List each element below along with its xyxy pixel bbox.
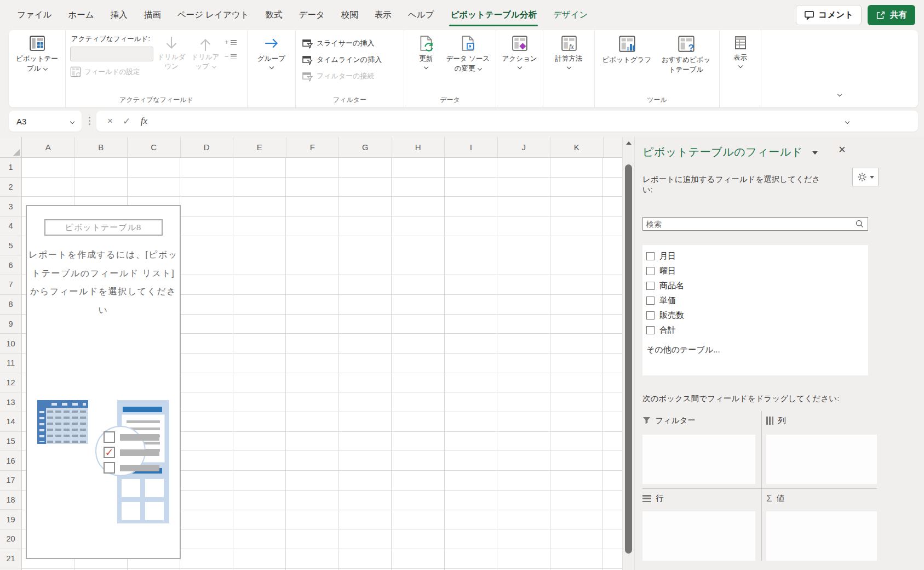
scrollbar-thumb[interactable] xyxy=(625,164,632,554)
columns-drop-area[interactable] xyxy=(766,435,877,484)
row-header[interactable]: 19 xyxy=(0,510,21,529)
filters-drop-area[interactable] xyxy=(642,435,755,484)
row-header[interactable]: 3 xyxy=(0,197,21,216)
row-header[interactable]: 6 xyxy=(0,255,21,275)
row-header[interactable]: 10 xyxy=(0,334,21,354)
pivot-chart-button[interactable]: ピボットグラフ xyxy=(600,34,655,76)
row-header[interactable]: 14 xyxy=(0,412,21,432)
name-box-dropdown-icon[interactable] xyxy=(70,119,74,124)
row-header[interactable]: 11 xyxy=(0,354,21,373)
recommended-pivottables-button[interactable]: ? おすすめピボットテーブル xyxy=(658,34,715,76)
field-checkbox[interactable] xyxy=(646,252,655,260)
cancel-button[interactable]: × xyxy=(102,116,118,127)
comments-button[interactable]: コメント xyxy=(796,5,862,25)
more-tables-link[interactable]: その他のテーブル... xyxy=(646,345,868,355)
actions-button[interactable]: アクション xyxy=(501,34,538,70)
column-header[interactable]: I xyxy=(445,137,498,157)
rows-drop-area[interactable] xyxy=(642,511,755,561)
calculations-button[interactable]: fx 計算方法 xyxy=(548,34,590,70)
pivot-table-button[interactable]: ピボットテーブル xyxy=(13,34,61,75)
field-row[interactable]: 合計 xyxy=(642,323,868,338)
show-button[interactable]: 表示 xyxy=(724,34,756,69)
values-drop-area[interactable] xyxy=(766,511,877,561)
field-checkbox[interactable] xyxy=(646,282,655,290)
insert-slicer-button[interactable]: スライサーの挿入 xyxy=(300,35,399,52)
field-checkbox[interactable] xyxy=(646,297,655,305)
row-header[interactable]: 8 xyxy=(0,295,21,315)
column-header[interactable]: K xyxy=(550,137,604,157)
column-header[interactable]: F xyxy=(286,137,340,157)
tab-data[interactable]: データ xyxy=(291,0,333,30)
column-header[interactable]: J xyxy=(498,137,551,157)
tab-draw[interactable]: 描画 xyxy=(136,0,169,30)
share-button[interactable]: 共有 xyxy=(868,5,915,25)
select-all-button[interactable] xyxy=(0,137,22,158)
row-header[interactable]: 5 xyxy=(0,236,21,256)
group-caption-data: データ xyxy=(404,95,496,105)
search-input[interactable] xyxy=(643,220,855,229)
drill-up-button[interactable]: ドリルアップ xyxy=(190,34,221,77)
row-header[interactable]: 16 xyxy=(0,451,21,471)
row-header[interactable]: 2 xyxy=(0,178,21,197)
row-header[interactable]: 17 xyxy=(0,471,21,491)
tab-pivottable-analyze[interactable]: ピボットテーブル分析 xyxy=(442,0,545,30)
field-row[interactable]: 単価 xyxy=(642,293,868,308)
tab-home[interactable]: ホーム xyxy=(60,0,102,30)
insert-timeline-button[interactable]: タイムラインの挿入 xyxy=(300,52,399,68)
field-checkbox[interactable] xyxy=(646,267,655,275)
pane-options-icon[interactable] xyxy=(812,151,818,155)
pane-close-icon[interactable]: × xyxy=(839,142,846,157)
formula-input[interactable] xyxy=(153,111,912,132)
field-row[interactable]: 月日 xyxy=(642,249,868,264)
column-header[interactable]: C xyxy=(128,137,181,157)
tab-insert[interactable]: 挿入 xyxy=(102,0,136,30)
tab-review[interactable]: 校閲 xyxy=(333,0,366,30)
row-header[interactable]: 12 xyxy=(0,373,21,393)
formula-bar-resize-handle[interactable] xyxy=(89,120,90,122)
column-header[interactable]: A xyxy=(22,137,75,157)
vertical-scrollbar[interactable] xyxy=(622,137,634,570)
tab-file[interactable]: ファイル xyxy=(9,0,60,30)
column-header[interactable]: E xyxy=(233,137,286,157)
collapse-field-button[interactable]: − xyxy=(225,54,237,59)
row-header[interactable]: 1 xyxy=(0,158,21,178)
drill-down-button[interactable]: ドリルダウン xyxy=(156,34,187,77)
name-box[interactable]: A3 xyxy=(9,111,82,132)
tab-design[interactable]: デザイン xyxy=(545,0,596,30)
tab-page-layout[interactable]: ページ レイアウト xyxy=(169,0,257,30)
row-header[interactable]: 21 xyxy=(0,549,21,569)
row-header[interactable]: 20 xyxy=(0,529,21,549)
column-header[interactable]: G xyxy=(339,137,392,157)
group-button[interactable]: グループ xyxy=(252,34,291,70)
field-checkbox[interactable] xyxy=(646,326,655,334)
rows-area-label: 行 xyxy=(642,493,664,504)
refresh-button[interactable]: 更新 xyxy=(409,34,444,75)
row-header[interactable]: 4 xyxy=(0,216,21,236)
expand-field-button[interactable]: + xyxy=(225,39,237,45)
tab-view[interactable]: 表示 xyxy=(366,0,400,30)
field-row[interactable]: 販売数 xyxy=(642,308,868,323)
active-field-input[interactable] xyxy=(70,47,153,61)
row-header[interactable]: 15 xyxy=(0,432,21,452)
scroll-up-arrow[interactable] xyxy=(623,141,634,145)
tab-formulas[interactable]: 数式 xyxy=(257,0,291,30)
tab-help[interactable]: ヘルプ xyxy=(400,0,443,30)
pane-tools-button[interactable] xyxy=(852,168,879,186)
row-header[interactable]: 7 xyxy=(0,275,21,295)
insert-function-button[interactable]: fx xyxy=(135,116,153,127)
filter-connections-button[interactable]: フィルターの接続 xyxy=(300,68,399,84)
column-header[interactable]: B xyxy=(75,137,128,157)
enter-button[interactable]: ✓ xyxy=(118,116,135,127)
field-row[interactable]: 曜日 xyxy=(642,264,868,278)
excel-window: ファイル ホーム 挿入 描画 ページ レイアウト 数式 データ 校閲 表示 ヘル… xyxy=(0,0,924,570)
field-checkbox[interactable] xyxy=(646,311,655,320)
change-data-source-button[interactable]: データ ソースの変更 xyxy=(445,34,491,75)
row-header[interactable]: 13 xyxy=(0,392,21,412)
column-header[interactable]: H xyxy=(392,137,445,157)
pivot-table-placeholder[interactable]: ピボットテーブル8 レポートを作成するには、[ピボットテーブルのフィールド リス… xyxy=(26,205,181,559)
field-row[interactable]: 商品名 xyxy=(642,278,868,293)
row-header[interactable]: 9 xyxy=(0,315,21,334)
row-header[interactable]: 18 xyxy=(0,491,21,510)
column-header[interactable]: D xyxy=(181,137,234,157)
field-settings-button[interactable]: フィールドの設定 xyxy=(70,66,153,77)
